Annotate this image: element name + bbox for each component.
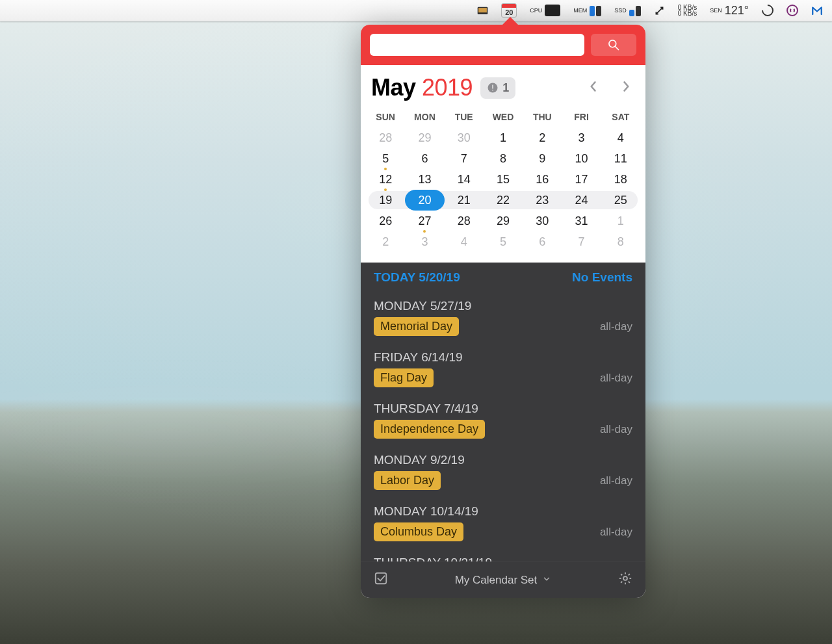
calendar-day[interactable]: 28	[445, 211, 484, 231]
event-item[interactable]: Independence Dayall-day	[374, 420, 632, 439]
calendar-day[interactable]: 13	[405, 169, 444, 190]
event-date: THURSDAY 7/4/19	[374, 402, 632, 420]
calendar-day[interactable]: 10	[562, 148, 601, 169]
month-title: May 2019	[371, 74, 473, 101]
menubar-network[interactable]: 0 KB/s 0 KB/s	[675, 5, 699, 16]
svg-point-8	[623, 576, 627, 580]
calendar-day[interactable]: 30	[445, 127, 484, 148]
panel-arrow-icon	[502, 17, 518, 25]
event-item[interactable]: Labor Dayall-day	[374, 471, 632, 490]
menubar-ssd[interactable]: SSD	[612, 5, 644, 16]
today-section: TODAY 5/20/19 No Events	[361, 263, 645, 291]
calendar-day[interactable]: 30	[523, 211, 562, 231]
prev-month-button[interactable]	[584, 76, 603, 99]
calendar-day[interactable]: 12	[366, 169, 405, 190]
settings-button[interactable]	[618, 571, 632, 589]
image-icon	[477, 5, 488, 16]
menubar-cpu[interactable]: CPU	[527, 5, 563, 16]
calendar-day[interactable]: 2	[523, 127, 562, 148]
calendar-day[interactable]: 24	[562, 190, 601, 211]
calendar-day[interactable]: 18	[601, 169, 640, 190]
month-name: May	[371, 74, 416, 101]
sync-ring-icon	[786, 5, 798, 16]
calendar-day[interactable]: 21	[445, 190, 484, 211]
menubar-c-icon[interactable]	[759, 5, 776, 16]
calendar-day[interactable]: 17	[562, 169, 601, 190]
svg-line-3	[616, 47, 619, 50]
event-section: MONDAY 5/27/19Memorial Dayall-day	[361, 291, 645, 342]
calendar-day[interactable]: 8	[601, 231, 640, 252]
next-month-button[interactable]	[617, 76, 635, 99]
calendar-day[interactable]: 3	[405, 231, 444, 252]
cpu-graph-icon	[545, 5, 560, 16]
calendar-day[interactable]: 8	[484, 148, 523, 169]
calendar-day[interactable]: 16	[523, 169, 562, 190]
calendar-day[interactable]: 23	[523, 190, 562, 211]
calendar-day[interactable]: 6	[405, 148, 444, 169]
event-title-chip: Independence Day	[374, 420, 485, 439]
event-item[interactable]: Memorial Dayall-day	[374, 317, 632, 336]
svg-rect-5	[492, 85, 493, 89]
calendar-day[interactable]: 4	[445, 231, 484, 252]
calendar-day[interactable]: 14	[445, 169, 484, 190]
event-item[interactable]: Columbus Dayall-day	[374, 522, 632, 541]
calendar-day[interactable]: 4	[601, 127, 640, 148]
calendar-day[interactable]: 9	[523, 148, 562, 169]
today-label: TODAY 5/20/19	[374, 270, 460, 285]
calendar-day[interactable]: 11	[601, 148, 640, 169]
calendar-day[interactable]: 6	[523, 231, 562, 252]
gear-icon	[618, 571, 632, 586]
calendar-day[interactable]: 15	[484, 169, 523, 190]
event-title-chip: Flag Day	[374, 368, 434, 387]
calendar-set-selector[interactable]: My Calendar Set	[455, 574, 552, 587]
event-item[interactable]: Flag Dayall-day	[374, 368, 632, 387]
menubar-malwarebytes-icon[interactable]	[809, 5, 826, 16]
menubar-expand-icon[interactable]	[651, 5, 668, 16]
net-speeds: 0 KB/s 0 KB/s	[678, 5, 697, 16]
calendar-day[interactable]: 29	[405, 127, 444, 148]
calendar-day-today[interactable]: 20	[405, 190, 444, 211]
calendar-day[interactable]: 1	[601, 211, 640, 231]
calendar-day[interactable]: 1	[484, 127, 523, 148]
search-input[interactable]	[370, 34, 584, 56]
calendar-day[interactable]: 3	[562, 127, 601, 148]
calendar-day[interactable]: 29	[484, 211, 523, 231]
chevron-down-icon	[542, 574, 551, 587]
calendar-dow: WED	[484, 107, 523, 127]
calendar-dow: MON	[405, 107, 444, 127]
alert-icon	[487, 82, 499, 94]
calendar-day[interactable]: 22	[484, 190, 523, 211]
calendar-dow: TUE	[445, 107, 484, 127]
ssd-bars-icon	[629, 5, 641, 16]
panel-footer: My Calendar Set	[361, 561, 645, 598]
calendar-day[interactable]: 5	[484, 231, 523, 252]
event-title-chip: Labor Day	[374, 471, 441, 490]
search-button[interactable]	[591, 34, 636, 56]
calendar-week: 567891011	[366, 148, 640, 169]
menubar-sync-icon[interactable]	[784, 5, 801, 16]
menubar-mem[interactable]: MEM	[571, 5, 604, 16]
calendar-day[interactable]: 5	[366, 148, 405, 169]
svg-line-13	[621, 574, 622, 575]
event-time: all-day	[600, 474, 632, 487]
calendar-day[interactable]: 2	[366, 231, 405, 252]
menubar-calendar-icon[interactable]: 20	[499, 3, 519, 18]
calendar-day[interactable]: 25	[601, 190, 640, 211]
calendar-icon: 20	[501, 3, 517, 18]
calendar-day[interactable]: 7	[445, 148, 484, 169]
calendar-day[interactable]: 19	[366, 190, 405, 211]
calendar-day[interactable]: 31	[562, 211, 601, 231]
calendar-day[interactable]: 26	[366, 211, 405, 231]
menubar-sensors[interactable]: SEN 121°	[707, 4, 751, 18]
tasks-button[interactable]	[374, 571, 388, 589]
alert-badge[interactable]: 1	[480, 77, 515, 99]
event-section: FRIDAY 6/14/19Flag Dayall-day	[361, 342, 645, 394]
event-date: MONDAY 5/27/19	[374, 299, 632, 317]
alert-count: 1	[502, 81, 509, 95]
calendar-day[interactable]: 7	[562, 231, 601, 252]
calendar-day[interactable]: 27	[405, 211, 444, 231]
menubar-picture-icon[interactable]	[474, 5, 491, 16]
calendar-day[interactable]: 28	[366, 127, 405, 148]
expand-icon	[654, 5, 665, 16]
event-date: THURSDAY 10/31/19	[374, 556, 632, 561]
